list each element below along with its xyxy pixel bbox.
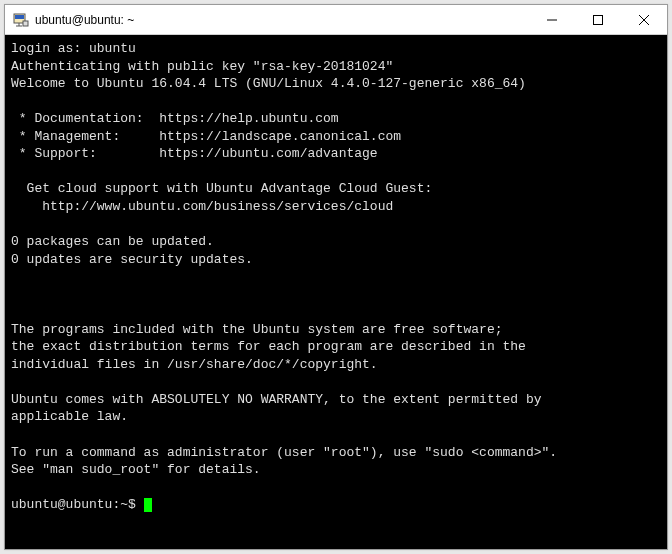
svg-rect-1 bbox=[15, 15, 24, 19]
svg-rect-2 bbox=[23, 21, 28, 26]
terminal-prompt: ubuntu@ubuntu:~$ bbox=[11, 497, 144, 512]
maximize-button[interactable] bbox=[575, 5, 621, 34]
svg-rect-6 bbox=[594, 15, 603, 24]
terminal-area[interactable]: login as: ubuntu Authenticating with pub… bbox=[5, 35, 667, 549]
terminal-output: login as: ubuntu Authenticating with pub… bbox=[11, 41, 557, 477]
window-title: ubuntu@ubuntu: ~ bbox=[35, 13, 134, 27]
cursor bbox=[144, 498, 152, 512]
titlebar[interactable]: ubuntu@ubuntu: ~ bbox=[5, 5, 667, 35]
title-left: ubuntu@ubuntu: ~ bbox=[5, 12, 529, 28]
close-button[interactable] bbox=[621, 5, 667, 34]
terminal-window: ubuntu@ubuntu: ~ login as: ubuntu Authen… bbox=[4, 4, 668, 550]
minimize-button[interactable] bbox=[529, 5, 575, 34]
putty-icon bbox=[13, 12, 29, 28]
window-controls bbox=[529, 5, 667, 34]
